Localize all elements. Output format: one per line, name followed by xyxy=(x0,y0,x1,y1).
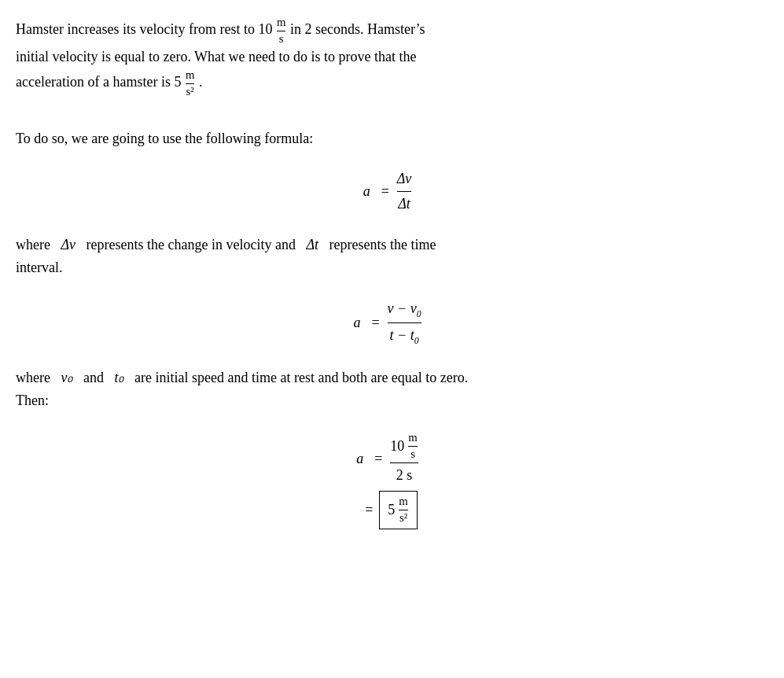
p4-v0: v₀ xyxy=(61,370,72,385)
formula1-lhs: a xyxy=(363,181,370,202)
p4-t0: t₀ xyxy=(114,370,123,385)
paragraph-2: To do so, we are going to use the follow… xyxy=(16,127,760,150)
frac-numerator-m: m xyxy=(277,16,285,31)
formula3-eq1: = xyxy=(374,448,382,470)
formula3-eq2: = xyxy=(365,499,373,521)
formula2-numerator: v − v0 xyxy=(388,298,421,323)
formula3-fraction-main: 10 m s 2 s xyxy=(390,431,418,486)
main-content: Hamster increases its velocity from rest… xyxy=(16,16,760,529)
spacer-1 xyxy=(16,99,760,127)
formula3-box-unit-d: s² xyxy=(399,510,407,525)
frac-denominator-s: s xyxy=(279,31,284,46)
formula3-unit-frac: m s xyxy=(408,431,417,461)
p1-text2: in 2 seconds. Hamster’s xyxy=(290,21,425,37)
formula3-unit-n: m xyxy=(408,431,417,447)
frac-numerator-m2: m xyxy=(186,68,194,84)
formula1-denominator: Δt xyxy=(398,192,410,215)
p4-where: where xyxy=(16,370,50,385)
formula2-denominator: t − t0 xyxy=(390,323,419,348)
formula-3-row1: a = 10 m s 2 s xyxy=(356,431,420,486)
formula-3-align: a = 10 m s 2 s = xyxy=(356,431,420,529)
formula1-fraction: Δv Δt xyxy=(397,168,412,215)
formula1-eq: = xyxy=(381,181,389,202)
formula-1-block: a = Δv Δt xyxy=(16,168,760,215)
p1-line3-text: acceleration of a hamster is 5 xyxy=(16,75,181,90)
formula2-eq: = xyxy=(371,312,379,333)
formula1-numerator: Δv xyxy=(397,168,412,192)
paragraph-1: Hamster increases its velocity from rest… xyxy=(16,16,760,99)
formula3-boxed: 5 m s² xyxy=(379,491,417,529)
formula3-box-unit-n: m xyxy=(399,495,407,510)
formula3-unit-d: s xyxy=(410,447,415,462)
paragraph-4: where v₀ and t₀ are initial speed and ti… xyxy=(16,367,760,412)
formula3-num: 10 m s xyxy=(390,431,418,463)
frac-denominator-s2: s² xyxy=(186,84,194,99)
formula2-fraction: v − v0 t − t0 xyxy=(388,298,421,348)
formula3-lhs: a xyxy=(356,448,363,470)
formula-3-block: a = 10 m s 2 s = xyxy=(16,431,760,529)
formula2-lhs: a xyxy=(353,312,360,333)
inline-fraction-ms2: m s² xyxy=(186,68,194,98)
p3-dt: Δt xyxy=(306,237,318,252)
formula3-box-val: 5 xyxy=(388,499,395,521)
p3-where: where xyxy=(16,237,50,252)
p1-text1: Hamster increases its velocity from rest… xyxy=(16,21,272,37)
p4-line2: Then: xyxy=(16,392,49,408)
formula-3-row2: = 5 m s² xyxy=(359,491,418,529)
p4-and: and xyxy=(83,370,104,385)
p1-period: . xyxy=(199,75,203,90)
p2-text: To do so, we are going to use the follow… xyxy=(16,131,313,146)
formula3-den: 2 s xyxy=(396,463,413,486)
formula3-box-frac: m s² xyxy=(399,495,407,525)
p1-line2: initial velocity is equal to zero. What … xyxy=(16,49,417,64)
paragraph-3: where Δv represents the change in veloci… xyxy=(16,234,760,279)
p3-mid: represents the change in velocity and xyxy=(86,237,296,252)
formula3-num-val: 10 xyxy=(390,436,404,457)
p3-dv: Δv xyxy=(61,237,75,252)
inline-fraction-ms: m s xyxy=(277,16,285,46)
p3-end: represents the time xyxy=(329,237,436,252)
formula-2-block: a = v − v0 t − t0 xyxy=(16,298,760,348)
p4-rest: are initial speed and time at rest and b… xyxy=(134,370,468,385)
p3-line2: interval. xyxy=(16,260,62,275)
